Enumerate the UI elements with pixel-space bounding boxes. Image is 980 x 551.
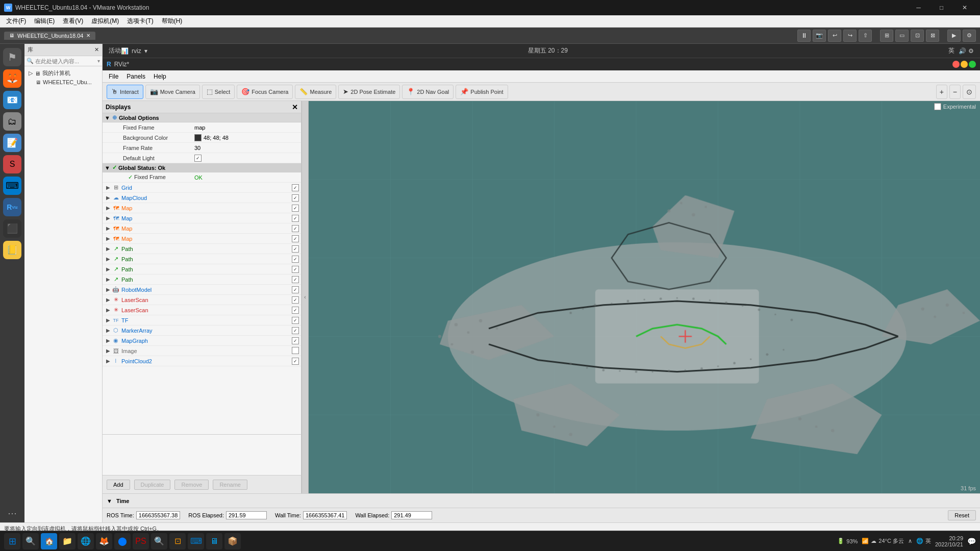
go-expand[interactable]: ▼ — [105, 115, 110, 121]
vm-tab-close[interactable]: ✕ — [86, 33, 90, 38]
displays-scroll[interactable]: ▼ ⊕ Global Options Fixed Frame map Backg… — [103, 113, 301, 434]
display-path1[interactable]: ▶ ↗ Path — [103, 244, 301, 254]
collapse-handle[interactable]: ‹ — [301, 101, 309, 493]
map2-expand[interactable]: ▶ — [105, 215, 112, 222]
search-taskbar-button[interactable]: 🔍 — [22, 533, 39, 549]
vmw-pause-btn[interactable]: ⏸ — [797, 30, 811, 42]
tree-root[interactable]: ▷ 🖥 我的计算机 — [24, 68, 102, 78]
pointcloud-check[interactable] — [292, 358, 299, 365]
display-map2[interactable]: ▶ 🗺 Map — [103, 213, 301, 223]
experimental-checkbox[interactable] — [934, 103, 941, 110]
vmw-stretch-btn[interactable]: ⊠ — [926, 30, 939, 42]
path1-check[interactable] — [292, 245, 299, 253]
display-pointcloud[interactable]: ▶ ⁞ PointCloud2 — [103, 356, 301, 366]
taskbar-app11[interactable]: 📦 — [224, 533, 241, 549]
zoom-in-button[interactable]: + — [936, 85, 947, 99]
laser2-expand[interactable]: ▶ — [105, 307, 112, 314]
dock-vscode[interactable]: ⌨ — [3, 177, 21, 195]
image-check[interactable] — [292, 347, 299, 355]
add-button[interactable]: Add — [107, 480, 130, 490]
display-map3[interactable]: ▶ 🗺 Map — [103, 223, 301, 234]
search-dropdown[interactable]: ▾ — [97, 58, 100, 64]
rviz-menu-file[interactable]: File — [105, 70, 122, 82]
app-dropdown[interactable]: ▾ — [144, 47, 147, 55]
minimize-button[interactable]: ─ — [907, 0, 930, 15]
laser1-expand[interactable]: ▶ — [105, 296, 112, 304]
path4-expand[interactable]: ▶ — [105, 276, 112, 283]
close-button[interactable]: ✕ — [953, 0, 976, 15]
tf-check[interactable] — [292, 317, 299, 324]
menu-view[interactable]: 查看(V) — [59, 15, 87, 27]
activities-label[interactable]: 活动 — [109, 46, 121, 55]
mapcloud-check[interactable] — [292, 194, 299, 202]
vmw-fullwin-btn[interactable]: ⊞ — [880, 30, 893, 42]
vmw-auto-btn[interactable]: ⊡ — [911, 30, 924, 42]
reset-button[interactable]: Reset — [948, 510, 976, 520]
dock-notes[interactable]: 📒 — [3, 241, 21, 259]
displays-close[interactable]: ✕ — [292, 103, 298, 111]
map4-check[interactable] — [292, 235, 299, 242]
marker-expand[interactable]: ▶ — [105, 327, 112, 334]
display-mapgraph[interactable]: ▶ ◉ MapGraph — [103, 336, 301, 346]
display-grid[interactable]: ▶ ⊞ Grid — [103, 183, 301, 193]
zoom-reset-button[interactable]: ⊙ — [963, 85, 976, 99]
taskbar-app4[interactable]: 🦊 — [96, 533, 112, 549]
menu-file[interactable]: 文件(F) — [2, 15, 30, 27]
taskbar-app6[interactable]: PS — [133, 533, 149, 549]
menu-vm[interactable]: 虚拟机(M) — [87, 15, 123, 27]
taskbar-app2[interactable]: 📁 — [59, 533, 76, 549]
display-mapcloud[interactable]: ▶ ☁ MapCloud — [103, 193, 301, 203]
interact-button[interactable]: 🖱 Interact — [107, 85, 143, 99]
taskbar-app8[interactable]: ⊡ — [169, 533, 186, 549]
zoom-out-button[interactable]: − — [949, 85, 961, 99]
vmw-send-btn[interactable]: ⇧ — [859, 30, 872, 42]
dock-grid[interactable]: ⋯ — [3, 504, 21, 522]
vmw-settings-btn[interactable]: ⚙ — [963, 30, 976, 42]
remove-button[interactable]: Remove — [174, 480, 209, 490]
pointcloud-expand[interactable]: ▶ — [105, 358, 112, 365]
tray-expand[interactable]: ∧ — [908, 538, 912, 544]
tf-expand[interactable]: ▶ — [105, 317, 112, 324]
dock-thunderbird[interactable]: 📧 — [3, 91, 21, 109]
rename-button[interactable]: Rename — [213, 480, 247, 490]
vmw-back-btn[interactable]: ↩ — [828, 30, 841, 42]
marker-check[interactable] — [292, 327, 299, 334]
rviz-menu-panels[interactable]: Panels — [122, 70, 149, 82]
map2-check[interactable] — [292, 215, 299, 222]
menu-edit[interactable]: 编辑(E) — [30, 15, 59, 27]
rviz-menu-help[interactable]: Help — [149, 70, 170, 82]
dock-terminal[interactable]: ⬛ — [3, 219, 21, 238]
library-close[interactable]: ✕ — [94, 46, 99, 53]
3d-viewport[interactable]: Experimental 31 fps — [309, 101, 980, 493]
vmw-snapshot-btn[interactable]: 📷 — [813, 30, 826, 42]
move-camera-button[interactable]: 📷 Move Camera — [145, 85, 200, 99]
grid-check[interactable] — [292, 184, 299, 191]
display-map4[interactable]: ▶ 🗺 Map — [103, 234, 301, 244]
pose-estimate-button[interactable]: ➤ 2D Pose Estimate — [338, 85, 400, 99]
laser1-check[interactable] — [292, 296, 299, 304]
map3-expand[interactable]: ▶ — [105, 225, 112, 232]
grid-expand[interactable]: ▶ — [105, 184, 112, 191]
display-image[interactable]: ▶ 🖼 Image — [103, 346, 301, 356]
map4-expand[interactable]: ▶ — [105, 235, 112, 242]
select-button[interactable]: ⬚ Select — [202, 85, 235, 99]
focus-camera-button[interactable]: 🎯 Focus Camera — [237, 85, 293, 99]
bg-color-value[interactable]: 48; 48; 48 — [194, 134, 229, 141]
path4-check[interactable] — [292, 276, 299, 283]
taskbar-app1[interactable]: 🏠 — [41, 533, 57, 549]
frame-rate-value[interactable]: 30 — [194, 145, 200, 151]
taskbar-app5[interactable]: ⬤ — [114, 533, 131, 549]
path1-expand[interactable]: ▶ — [105, 245, 112, 253]
laser2-check[interactable] — [292, 307, 299, 314]
mapgraph-expand[interactable]: ▶ — [105, 337, 112, 344]
dock-files[interactable]: 🗂 — [3, 112, 21, 131]
rviz-min-btn[interactable] — [961, 61, 968, 68]
path3-expand[interactable]: ▶ — [105, 266, 112, 273]
search-input[interactable] — [35, 58, 96, 64]
display-path3[interactable]: ▶ ↗ Path — [103, 264, 301, 274]
vmw-single-btn[interactable]: ▭ — [895, 30, 909, 42]
rviz-close-btn[interactable] — [952, 61, 960, 68]
image-expand[interactable]: ▶ — [105, 347, 112, 355]
default-light-value[interactable] — [194, 155, 202, 162]
display-path4[interactable]: ▶ ↗ Path — [103, 274, 301, 285]
